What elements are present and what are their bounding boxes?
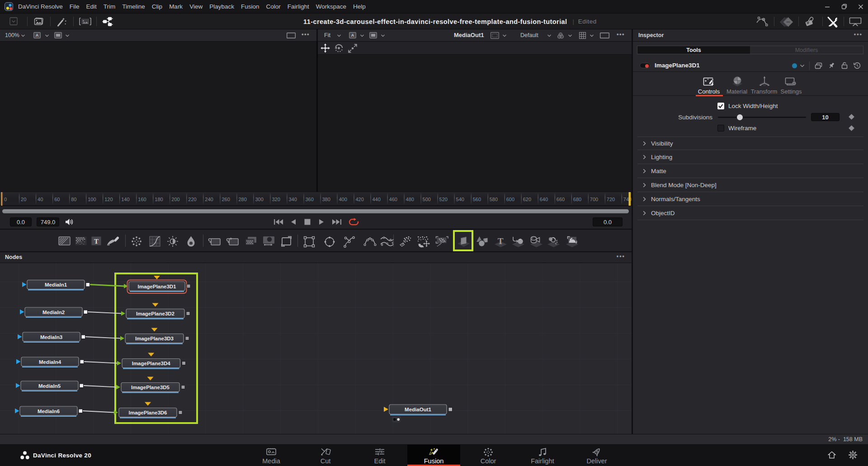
- svg-text:MediaIn2: MediaIn2: [42, 310, 65, 315]
- svg-text:660: 660: [557, 197, 565, 202]
- svg-text:720: 720: [607, 197, 615, 202]
- svg-text:80: 80: [71, 197, 76, 202]
- svg-text:180: 180: [155, 197, 163, 202]
- svg-text:220: 220: [188, 197, 196, 202]
- svg-text:280: 280: [238, 197, 246, 202]
- svg-text:240: 240: [205, 197, 213, 202]
- svg-text:160: 160: [138, 197, 146, 202]
- svg-text:MediaIn6: MediaIn6: [38, 409, 60, 414]
- svg-text:ImagePlane3D1: ImagePlane3D1: [137, 284, 176, 289]
- svg-text:T: T: [94, 238, 99, 245]
- svg-text:20: 20: [21, 197, 26, 202]
- svg-text:260: 260: [222, 197, 230, 202]
- svg-text:460: 460: [389, 197, 397, 202]
- svg-text:640: 640: [540, 197, 548, 202]
- svg-text:400: 400: [339, 197, 347, 202]
- svg-text:MediaIn4: MediaIn4: [39, 359, 61, 365]
- svg-text:560: 560: [473, 197, 481, 202]
- svg-text:200: 200: [171, 197, 179, 202]
- svg-text:480: 480: [406, 197, 414, 202]
- svg-text:120: 120: [104, 197, 113, 202]
- svg-text:MediaOut1: MediaOut1: [405, 407, 431, 412]
- svg-text:T: T: [498, 236, 504, 246]
- svg-text:MediaIn1: MediaIn1: [45, 282, 67, 287]
- svg-text:ImagePlane3D6: ImagePlane3D6: [128, 410, 167, 415]
- svg-text:360: 360: [306, 197, 314, 202]
- svg-text:520: 520: [439, 197, 448, 202]
- svg-text:ImagePlane3D4: ImagePlane3D4: [132, 361, 171, 366]
- svg-text:ImagePlane3D3: ImagePlane3D3: [135, 336, 174, 341]
- svg-text:320: 320: [272, 197, 280, 202]
- svg-text:440: 440: [373, 197, 381, 202]
- svg-text:0: 0: [4, 197, 7, 202]
- svg-text:A: A: [36, 33, 39, 38]
- svg-text:580: 580: [490, 197, 498, 202]
- svg-text:620: 620: [523, 197, 531, 202]
- svg-text:300: 300: [255, 197, 263, 202]
- svg-text:600: 600: [506, 197, 514, 202]
- svg-text:420: 420: [356, 197, 364, 202]
- svg-text:ImagePlane3D5: ImagePlane3D5: [131, 385, 170, 390]
- svg-text:ImagePlane3D2: ImagePlane3D2: [136, 311, 175, 316]
- svg-text:380: 380: [322, 197, 330, 202]
- svg-text:140: 140: [121, 197, 129, 202]
- svg-text:40: 40: [38, 197, 43, 202]
- svg-text:500: 500: [423, 197, 431, 202]
- svg-text:MediaIn3: MediaIn3: [40, 334, 62, 340]
- svg-text:540: 540: [456, 197, 464, 202]
- svg-text:A: A: [351, 33, 354, 38]
- svg-text:700: 700: [590, 197, 598, 202]
- svg-text:MediaIn5: MediaIn5: [38, 383, 61, 389]
- svg-text:680: 680: [573, 197, 581, 202]
- svg-text:60: 60: [54, 197, 60, 202]
- svg-text:100: 100: [88, 197, 96, 202]
- svg-text:340: 340: [288, 197, 297, 202]
